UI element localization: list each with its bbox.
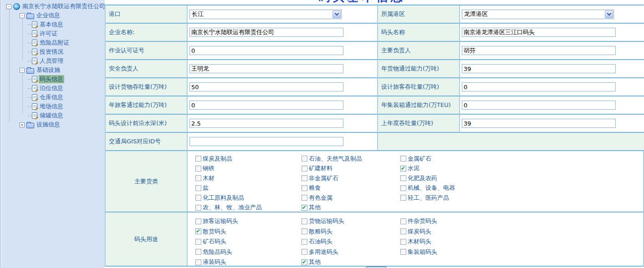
checkbox[interactable] — [195, 205, 201, 211]
collapse-icon[interactable]: - — [20, 13, 25, 18]
gis-id-input[interactable] — [189, 137, 343, 146]
cargo-checkbox-item[interactable]: 非金属矿石 — [302, 173, 400, 183]
tree-stub — [28, 97, 31, 98]
design-water-depth-input[interactable] — [189, 119, 343, 128]
cargo-checkbox-item[interactable]: 矿建材料 — [302, 164, 400, 174]
checkbox[interactable] — [400, 156, 406, 162]
cargo-checkbox-item[interactable]: 化肥及农药 — [400, 173, 643, 183]
annual-container-capacity-input[interactable] — [462, 101, 616, 110]
usage-checkbox-item[interactable]: 散粮码头 — [302, 227, 400, 237]
cargo-checkbox-item[interactable]: 煤炭及制品 — [195, 154, 302, 164]
sidebar-item-facility-info[interactable]: + 设施信息 — [1, 120, 105, 129]
expand-icon[interactable]: + — [20, 122, 25, 127]
port-select[interactable]: 长江 — [189, 10, 342, 19]
checkbox[interactable] — [302, 166, 307, 172]
company-name-input[interactable] — [189, 28, 343, 37]
checkbox[interactable] — [302, 156, 307, 162]
sidebar-item-personnel[interactable]: 人员管理 — [1, 56, 105, 66]
sidebar-item-warehouse-info[interactable]: 仓库信息 — [1, 93, 105, 102]
cargo-checkbox-item[interactable]: 农、林、牧、渔业产品 — [195, 203, 302, 213]
safety-manager-input[interactable] — [189, 64, 343, 73]
sidebar-item-yard-info[interactable]: 堆场信息 — [1, 102, 105, 111]
checkbox[interactable] — [302, 185, 307, 191]
checkbox[interactable] — [195, 195, 201, 201]
sidebar-item-berth-info[interactable]: 泊位信息 — [1, 84, 105, 93]
checkbox[interactable] — [302, 249, 307, 255]
usage-checkbox-item[interactable]: 危险品码头 — [195, 247, 302, 258]
design-passenger-throughput-input[interactable] — [462, 82, 616, 91]
chevron-down-icon[interactable] — [605, 10, 613, 18]
checkbox[interactable] — [400, 218, 406, 224]
checkbox[interactable] — [195, 228, 201, 234]
sidebar-item-dangerous-goods-cert[interactable]: 危险品附证 — [1, 38, 105, 47]
checkbox[interactable] — [302, 205, 307, 211]
harbor-area-select[interactable]: 龙潭港区 — [462, 10, 614, 19]
checkbox[interactable] — [302, 259, 307, 265]
sidebar-item-infrastructure[interactable]: - 基础设施 — [1, 66, 105, 75]
cargo-checkbox-item[interactable]: 粮食 — [302, 183, 400, 193]
usage-checkbox-item[interactable]: 集装箱码头 — [400, 247, 643, 258]
usage-checkbox-item[interactable]: 液装码头 — [195, 257, 302, 268]
checkbox[interactable] — [400, 185, 406, 191]
cargo-checkbox-item[interactable]: 有色金属 — [302, 193, 400, 203]
design-cargo-throughput-input[interactable] — [189, 82, 343, 91]
main-manager-input[interactable] — [462, 46, 616, 55]
cargo-checkbox-item[interactable]: 金属矿石 — [400, 154, 643, 164]
sidebar-item-license[interactable]: 许可证 — [1, 29, 105, 38]
checkbox[interactable] — [195, 239, 201, 245]
last-year-throughput-input[interactable] — [462, 119, 616, 128]
collapse-icon[interactable]: - — [20, 68, 25, 73]
checkbox[interactable] — [302, 175, 307, 181]
usage-checkbox-item[interactable]: 件杂货码头 — [400, 216, 643, 227]
sidebar-item-enterprise-info[interactable]: - 企业信息 — [1, 11, 105, 20]
collapse-icon[interactable]: - — [6, 4, 11, 9]
annual-cargo-capacity-input[interactable] — [462, 64, 616, 73]
document-icon — [32, 85, 37, 91]
checkbox[interactable] — [195, 175, 201, 181]
cargo-checkbox-item[interactable]: 盐 — [195, 183, 302, 193]
cargo-checkbox-item[interactable]: 石油、天然气及制品 — [302, 154, 400, 164]
sidebar-item-dock-info[interactable]: 码头信息 — [1, 75, 105, 84]
checkbox[interactable] — [195, 166, 201, 172]
usage-checkbox-item[interactable]: 木材码头 — [400, 237, 643, 247]
cargo-checkbox-item[interactable]: 机械、设备、电器 — [400, 183, 643, 193]
checkbox[interactable] — [302, 228, 307, 234]
usage-checkbox-item[interactable]: 其他 — [302, 257, 400, 268]
checkbox[interactable] — [302, 218, 307, 224]
cargo-checkbox-item[interactable]: 其他 — [302, 203, 400, 213]
cargo-checkbox-item[interactable]: 钢铁 — [195, 164, 302, 174]
cargo-checkbox-item[interactable]: 轻工、医药产品 — [400, 193, 643, 203]
chevron-down-icon[interactable] — [332, 10, 341, 18]
checkbox[interactable] — [400, 195, 406, 201]
checkbox[interactable] — [195, 259, 201, 265]
dock-name-input[interactable] — [462, 28, 616, 37]
sidebar-item-basic-info[interactable]: 基本信息 — [1, 20, 105, 29]
checkbox-label: 化工原料及制品 — [203, 194, 244, 202]
checkbox[interactable] — [195, 249, 201, 255]
usage-checkbox-item[interactable]: 货物运输码头 — [302, 216, 400, 227]
checkbox[interactable] — [195, 156, 201, 162]
usage-checkbox-item[interactable]: 煤炭码头 — [400, 227, 643, 237]
checkbox[interactable] — [195, 185, 201, 191]
cargo-checkbox-item[interactable]: 化工原料及制品 — [195, 193, 302, 203]
annual-passenger-capacity-input[interactable] — [189, 101, 343, 110]
usage-checkbox-item[interactable]: 多用途码头 — [302, 247, 400, 258]
checkbox[interactable] — [400, 166, 406, 172]
cargo-checkbox-item[interactable]: 木材 — [195, 173, 302, 183]
sidebar-item-investment[interactable]: 投资情况 — [1, 47, 105, 56]
checkbox[interactable] — [302, 239, 307, 245]
cargo-checkbox-item[interactable]: 水泥 — [400, 164, 643, 174]
sidebar-item-company-root[interactable]: - 南京长宁水陆联运有限责任公司 — [1, 2, 105, 11]
work-permit-input[interactable] — [189, 46, 343, 55]
usage-checkbox-item[interactable]: 散货码头 — [195, 227, 302, 237]
checkbox[interactable] — [400, 228, 406, 234]
sidebar-item-tank-info[interactable]: 储罐信息 — [1, 111, 105, 120]
checkbox[interactable] — [400, 249, 406, 255]
checkbox[interactable] — [302, 195, 307, 201]
checkbox[interactable] — [195, 218, 201, 224]
checkbox[interactable] — [400, 175, 406, 181]
usage-checkbox-item[interactable]: 旅客运输码头 — [195, 216, 302, 227]
checkbox[interactable] — [400, 239, 406, 245]
usage-checkbox-item[interactable]: 矿石码头 — [195, 237, 302, 247]
usage-checkbox-item[interactable]: 石油码头 — [302, 237, 400, 247]
